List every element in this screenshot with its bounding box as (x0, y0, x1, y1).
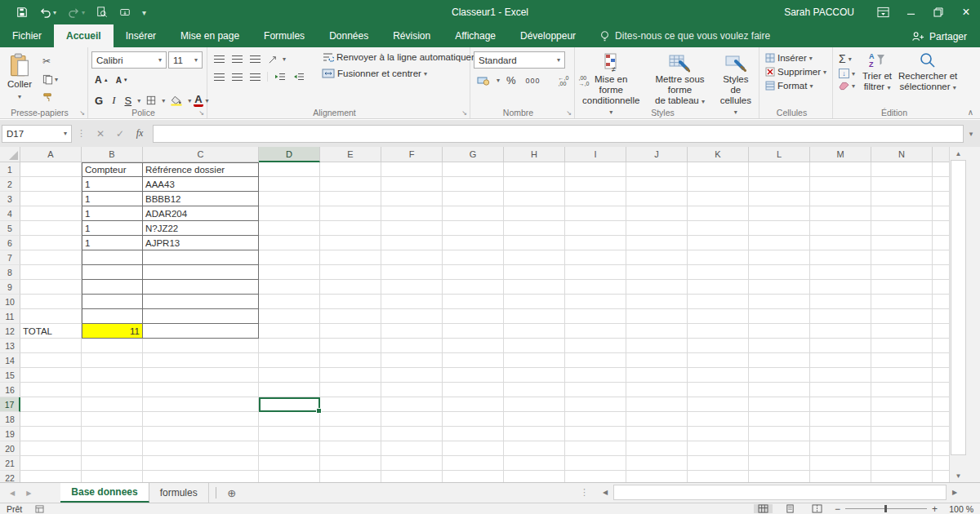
grid-cell-C9[interactable] (143, 280, 259, 295)
row-header-2[interactable]: 2 (0, 177, 20, 192)
grid-cell-A16[interactable] (20, 383, 82, 397)
grid-cell-N12[interactable] (871, 324, 933, 339)
column-header-N[interactable]: N (871, 147, 933, 162)
grid-cell-I2[interactable] (565, 177, 626, 192)
grid-cell-L11[interactable] (749, 309, 810, 324)
grid-cell-G22[interactable] (443, 471, 504, 482)
grid-cell-F13[interactable] (381, 339, 443, 353)
grid-cell-I17[interactable] (565, 397, 626, 412)
grid-cell-J14[interactable] (626, 353, 688, 368)
formula-input[interactable] (153, 125, 964, 143)
grid-cell-M12[interactable] (810, 324, 871, 339)
grid-cell-I18[interactable] (565, 412, 626, 427)
grid-cell-H20[interactable] (504, 441, 565, 456)
grid-cell-D2[interactable] (259, 177, 320, 192)
bold-button[interactable]: G (91, 92, 106, 109)
grid-cell-M16[interactable] (810, 383, 871, 397)
horizontal-scroll-thumb[interactable] (613, 485, 947, 500)
grid-cell-D4[interactable] (259, 206, 320, 221)
grid-cell-E12[interactable] (320, 324, 381, 339)
copy-button[interactable]: ▾ (39, 72, 61, 87)
grid-cell-M15[interactable] (810, 368, 871, 383)
grid-cell-K3[interactable] (688, 192, 749, 206)
grid-cell-I9[interactable] (565, 280, 626, 295)
grid-cell-L3[interactable] (749, 192, 810, 206)
grid-cell-N7[interactable] (871, 250, 933, 265)
normal-view-icon[interactable] (754, 504, 773, 513)
grid-cell-K12[interactable] (688, 324, 749, 339)
sheet-tab-base-donnees[interactable]: Base donnees (60, 483, 149, 503)
grid-cell-L14[interactable] (749, 353, 810, 368)
grid-cell-N14[interactable] (871, 353, 933, 368)
grid-cell-O8[interactable] (933, 265, 949, 280)
insert-cells-button[interactable]: Insérer▾ (763, 52, 829, 64)
align-top-icon[interactable] (211, 53, 228, 65)
alignment-dialog-launcher-icon[interactable]: ↘ (461, 109, 467, 117)
grid-cell-M13[interactable] (810, 339, 871, 353)
grid-cell-H5[interactable] (504, 221, 565, 236)
grid-cell-I12[interactable] (565, 324, 626, 339)
user-name[interactable]: Sarah PACCOU (784, 7, 854, 18)
grid-cell-A1[interactable] (20, 162, 82, 177)
grid-cell-I21[interactable] (565, 456, 626, 471)
grid-cell-C7[interactable] (143, 250, 259, 265)
grid-cell-H18[interactable] (504, 412, 565, 427)
column-header-F[interactable]: F (381, 147, 443, 162)
grid-cell-B4[interactable]: 1 (82, 206, 143, 221)
accounting-dropdown-icon[interactable]: ▾ (497, 77, 500, 84)
grid-cell-B10[interactable] (82, 295, 143, 309)
grid-cell-G12[interactable] (443, 324, 504, 339)
grid-cell-O13[interactable] (933, 339, 949, 353)
format-as-table-button[interactable]: Mettre sous formede tableau ▾ (647, 51, 712, 105)
tab-formules[interactable]: Formules (252, 24, 317, 47)
grid-cell-C15[interactable] (143, 368, 259, 383)
grid-cell-B11[interactable] (82, 309, 143, 324)
grid-cell-A21[interactable] (20, 456, 82, 471)
tab-insérer[interactable]: Insérer (114, 24, 168, 47)
tab-mise-en-page[interactable]: Mise en page (168, 24, 252, 47)
column-header-G[interactable]: G (443, 147, 504, 162)
grid-cell-D11[interactable] (259, 309, 320, 324)
scroll-down-icon[interactable]: ▼ (950, 469, 967, 482)
underline-button[interactable]: S (121, 92, 135, 109)
font-color-button[interactable]: A (194, 95, 203, 107)
grid-cell-K5[interactable] (688, 221, 749, 236)
grid-cell-F9[interactable] (381, 280, 443, 295)
grid-cell-B3[interactable]: 1 (82, 192, 143, 206)
grid-cell-H1[interactable] (504, 162, 565, 177)
grid-cell-I10[interactable] (565, 295, 626, 309)
grid-cell-C4[interactable]: ADAR204 (143, 206, 259, 221)
zoom-slider[interactable]: − + (835, 503, 938, 514)
grid-cell-L16[interactable] (749, 383, 810, 397)
grid-cell-I14[interactable] (565, 353, 626, 368)
grid-cell-M17[interactable] (810, 397, 871, 412)
grid-cell-A22[interactable] (20, 471, 82, 482)
row-header-13[interactable]: 13 (0, 339, 20, 353)
grid-cell-E18[interactable] (320, 412, 381, 427)
grid-cell-O2[interactable] (933, 177, 949, 192)
grid-cell-J11[interactable] (626, 309, 688, 324)
tab-fichier[interactable]: Fichier (0, 24, 54, 47)
grid-cell-I22[interactable] (565, 471, 626, 482)
grid-cell-M3[interactable] (810, 192, 871, 206)
grid-cell-N18[interactable] (871, 412, 933, 427)
grid-cell-E20[interactable] (320, 441, 381, 456)
grid-cell-E6[interactable] (320, 236, 381, 250)
grid-cell-H15[interactable] (504, 368, 565, 383)
grid-cell-B2[interactable]: 1 (82, 177, 143, 192)
borders-button[interactable] (143, 93, 159, 108)
grow-font-button[interactable]: A▲ (91, 72, 112, 88)
expand-formula-bar-icon[interactable]: ▾ (964, 130, 978, 138)
cell-styles-button[interactable]: Styles decellules ▾ (716, 51, 755, 105)
grid-cell-D13[interactable] (259, 339, 320, 353)
grid-cell-E21[interactable] (320, 456, 381, 471)
grid-cell-K16[interactable] (688, 383, 749, 397)
grid-cell-G10[interactable] (443, 295, 504, 309)
grid-cell-N10[interactable] (871, 295, 933, 309)
font-size-combo[interactable]: 11▾ (168, 51, 203, 69)
grid-cell-J5[interactable] (626, 221, 688, 236)
grid-cell-C11[interactable] (143, 309, 259, 324)
grid-cell-A9[interactable] (20, 280, 82, 295)
row-header-20[interactable]: 20 (0, 441, 20, 456)
grid-cell-G4[interactable] (443, 206, 504, 221)
